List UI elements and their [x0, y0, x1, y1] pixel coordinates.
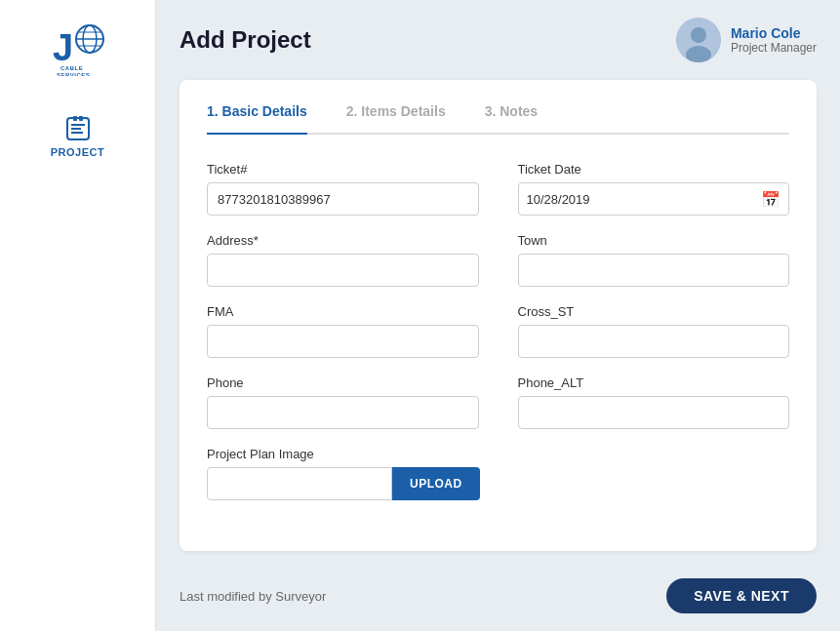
ticket-date-input[interactable]: [527, 192, 762, 207]
svg-text:CABLE: CABLE: [60, 65, 83, 71]
cross-st-input[interactable]: [518, 325, 790, 358]
project-plan-input[interactable]: [207, 467, 392, 500]
form-group-ticket-date: Ticket Date 📅: [518, 162, 790, 216]
ticket-input[interactable]: [207, 182, 479, 216]
form-row-ticket: Ticket# Ticket Date 📅: [207, 162, 789, 216]
town-label: Town: [518, 233, 790, 248]
sidebar-item-project[interactable]: PROJECT: [0, 105, 155, 168]
calendar-icon[interactable]: 📅: [761, 190, 780, 209]
form-row-plan: Project Plan Image UPLOAD: [207, 447, 789, 500]
user-text: Mario Cole Project Manager: [731, 25, 817, 55]
user-role: Project Manager: [731, 41, 817, 55]
upload-row: UPLOAD: [207, 467, 480, 500]
form-card: 1. Basic Details 2. Items Details 3. Not…: [180, 80, 817, 551]
sidebar: J CABLE SERVICES PROJECT: [0, 0, 156, 631]
svg-text:J: J: [53, 27, 73, 68]
form-row-address: Address* Town: [207, 233, 789, 287]
user-name: Mario Cole: [731, 25, 817, 41]
project-icon: [64, 115, 92, 142]
tab-items-details[interactable]: 2. Items Details: [346, 103, 446, 123]
address-input[interactable]: [207, 254, 479, 287]
form-group-plan: Project Plan Image UPLOAD: [207, 447, 480, 500]
form-row-phone: Phone Phone_ALT: [207, 375, 789, 429]
logo: J CABLE SERVICES: [49, 18, 107, 76]
form-row-fma: FMA Cross_ST: [207, 304, 789, 358]
svg-text:SERVICES: SERVICES: [57, 72, 90, 76]
phone-label: Phone: [207, 375, 479, 390]
svg-rect-11: [71, 132, 83, 134]
cross-st-label: Cross_ST: [518, 304, 790, 319]
upload-button[interactable]: UPLOAD: [392, 467, 480, 500]
project-plan-label: Project Plan Image: [207, 447, 480, 461]
ticket-date-label: Ticket Date: [518, 162, 790, 177]
ticket-label: Ticket#: [207, 162, 479, 177]
form-group-fma: FMA: [207, 304, 479, 358]
svg-rect-9: [71, 124, 85, 126]
fma-input[interactable]: [207, 325, 479, 358]
page-title: Add Project: [180, 26, 311, 54]
user-info: Mario Cole Project Manager: [676, 18, 817, 62]
form-group-cross-st: Cross_ST: [518, 304, 790, 358]
tab-notes[interactable]: 3. Notes: [485, 103, 538, 123]
phone-alt-input[interactable]: [518, 396, 790, 429]
footer: Last modified by Surveyor SAVE & NEXT: [180, 571, 817, 613]
fma-label: FMA: [207, 304, 479, 319]
form-group-town: Town: [518, 233, 790, 287]
header: Add Project Mario Cole Project Manager: [180, 18, 817, 62]
avatar: [676, 18, 721, 62]
address-label: Address*: [207, 233, 479, 248]
tabs: 1. Basic Details 2. Items Details 3. Not…: [207, 103, 789, 135]
ticket-date-wrapper: 📅: [518, 182, 790, 216]
phone-input[interactable]: [207, 396, 479, 429]
main-content: Add Project Mario Cole Project Manager 1…: [156, 0, 840, 631]
svg-rect-13: [79, 116, 83, 121]
save-next-button[interactable]: SAVE & NEXT: [666, 578, 817, 613]
form-group-phone-alt: Phone_ALT: [518, 375, 790, 429]
phone-alt-label: Phone_ALT: [518, 375, 790, 390]
sidebar-item-label: PROJECT: [51, 146, 104, 158]
tab-basic-details[interactable]: 1. Basic Details: [207, 103, 307, 135]
svg-rect-10: [71, 128, 81, 130]
form-group-address: Address*: [207, 233, 479, 287]
svg-point-15: [691, 27, 706, 43]
form-content: Ticket# Ticket Date 📅 Address*: [207, 162, 789, 528]
town-input[interactable]: [518, 254, 790, 287]
last-modified: Last modified by Surveyor: [180, 589, 326, 604]
svg-rect-12: [73, 116, 77, 121]
form-group-phone: Phone: [207, 375, 479, 429]
form-group-spacer: [519, 447, 789, 500]
sidebar-nav: PROJECT: [0, 105, 155, 168]
form-group-ticket: Ticket#: [207, 162, 479, 216]
